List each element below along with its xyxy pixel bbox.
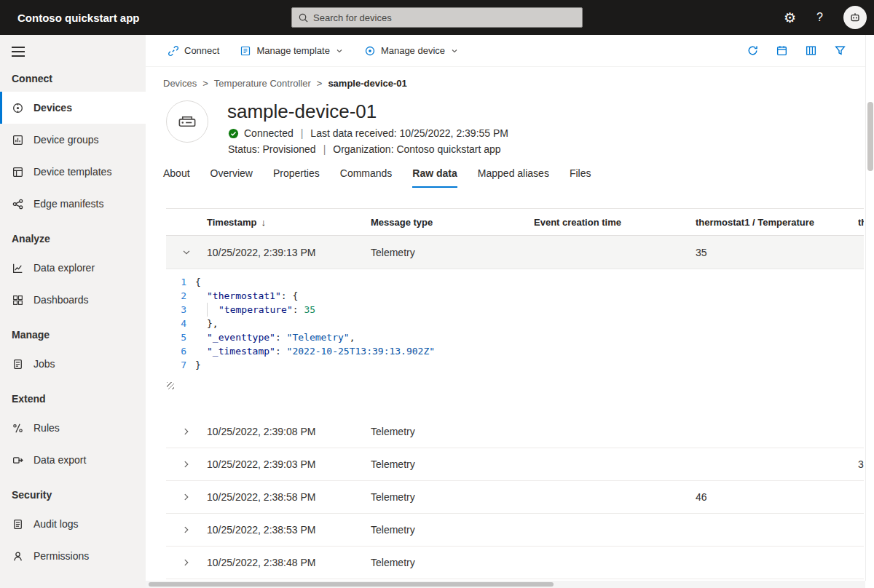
chevron-right-icon[interactable] — [181, 492, 192, 502]
sidebar: Connect Devices Device groups Device tem… — [0, 35, 146, 588]
header-event-creation-time[interactable]: Event creation time — [534, 217, 696, 228]
sidebar-item-permissions[interactable]: Permissions — [0, 540, 146, 572]
tab-mapped-aliases[interactable]: Mapped aliases — [478, 167, 549, 188]
help-icon[interactable]: ? — [816, 12, 823, 23]
device-groups-icon — [12, 134, 24, 146]
manage-template-button[interactable]: Manage template — [240, 45, 343, 57]
json-code: { "thermostat1": { "temperature": 35 }, … — [195, 275, 864, 416]
sidebar-section-connect: Connect — [0, 60, 146, 92]
device-avatar — [166, 100, 208, 143]
filter-icon[interactable] — [834, 44, 846, 57]
header-partial-column[interactable]: th — [858, 217, 864, 228]
vertical-scrollbar-thumb[interactable] — [867, 102, 873, 171]
columns-icon[interactable] — [805, 44, 817, 57]
chevron-right-icon[interactable] — [181, 459, 192, 469]
chevron-right-icon[interactable] — [181, 426, 192, 437]
tab-about[interactable]: About — [163, 167, 190, 188]
vertical-scrollbar[interactable] — [865, 35, 874, 581]
sidebar-item-rules[interactable]: Rules — [0, 412, 146, 444]
header-message-type[interactable]: Message type — [371, 217, 534, 228]
device-status-row: Status: Provisioned | Organization: Cont… — [228, 143, 501, 155]
hamburger-menu-icon[interactable] — [12, 47, 25, 57]
sidebar-item-label: Data explorer — [34, 262, 95, 274]
robot-badge-icon — [849, 11, 862, 24]
cell-timestamp: 10/25/2022, 2:39:03 PM — [207, 458, 371, 470]
table-row[interactable]: 10/25/2022, 2:39:03 PM Telemetry 3 — [166, 448, 864, 481]
table-row[interactable]: 10/25/2022, 2:38:53 PM Telemetry — [166, 514, 864, 547]
chevron-right-icon[interactable] — [181, 557, 192, 568]
sidebar-section-extend: Extend — [0, 380, 146, 412]
audit-logs-icon — [12, 518, 24, 531]
cell-message-type: Telemetry — [371, 557, 534, 568]
table-row[interactable]: 10/25/2022, 2:38:58 PM Telemetry 46 — [166, 481, 864, 514]
last-data-received: Last data received: 10/25/2022, 2:39:55 … — [310, 127, 508, 139]
search-icon — [298, 12, 309, 23]
sidebar-item-edge-manifests[interactable]: Edge manifests — [0, 188, 146, 220]
rules-icon — [12, 422, 24, 434]
sidebar-item-device-groups[interactable]: Device groups — [0, 124, 146, 156]
sidebar-item-dashboards[interactable]: Dashboards — [0, 284, 146, 316]
tab-files[interactable]: Files — [570, 167, 591, 188]
manage-device-icon — [364, 45, 376, 57]
sidebar-item-devices[interactable]: Devices — [0, 92, 146, 124]
manage-template-icon — [240, 45, 251, 57]
breadcrumb-separator: > — [317, 78, 323, 89]
table-row[interactable]: 10/25/2022, 2:39:08 PM Telemetry — [166, 416, 864, 448]
device-connection-row: Connected | Last data received: 10/25/20… — [228, 127, 508, 139]
connect-button[interactable]: Connect — [168, 45, 219, 57]
resize-gripper[interactable] — [167, 382, 174, 389]
sidebar-item-label: Device templates — [34, 166, 111, 178]
settings-gear-icon[interactable]: ⚙ — [784, 11, 796, 25]
header-timestamp[interactable]: Timestamp↓ — [207, 217, 371, 228]
cell-timestamp: 10/25/2022, 2:38:53 PM — [207, 524, 371, 536]
tab-properties[interactable]: Properties — [273, 167, 320, 188]
divider: | — [321, 143, 328, 155]
table-row[interactable]: 10/25/2022, 2:39:13 PM Telemetry 35 — [166, 236, 864, 269]
permissions-icon — [12, 550, 24, 563]
sidebar-item-audit-logs[interactable]: Audit logs — [0, 508, 146, 540]
account-avatar[interactable] — [843, 6, 867, 29]
cell-thermostat1-temperature: 46 — [696, 491, 858, 503]
cell-message-type: Telemetry — [371, 426, 534, 437]
raw-data-table: Timestamp↓ Message type Event creation t… — [166, 208, 864, 579]
organization: Organization: Contoso quickstart app — [333, 143, 500, 155]
table-row[interactable]: 10/25/2022, 2:38:48 PM Telemetry — [166, 547, 864, 579]
jobs-icon — [12, 358, 24, 370]
refresh-icon[interactable] — [747, 44, 759, 57]
device-icon — [176, 111, 198, 132]
chevron-right-icon[interactable] — [181, 525, 192, 535]
manage-device-label: Manage device — [381, 45, 445, 56]
breadcrumb-template[interactable]: Temperature Controller — [214, 78, 311, 89]
line-numbers: 1 2 3 4 5 6 7 — [166, 275, 195, 416]
chevron-down-icon[interactable] — [181, 247, 192, 258]
tab-raw-data[interactable]: Raw data — [412, 167, 457, 188]
time-range-calendar-icon[interactable] — [776, 44, 788, 57]
manage-device-button[interactable]: Manage device — [364, 45, 459, 57]
breadcrumb-devices[interactable]: Devices — [163, 78, 197, 89]
sidebar-item-label: Rules — [34, 422, 60, 434]
search-box[interactable] — [291, 7, 583, 28]
tab-overview[interactable]: Overview — [210, 167, 253, 188]
sidebar-item-data-explorer[interactable]: Data explorer — [0, 252, 146, 284]
breadcrumb: Devices > Temperature Controller > sampl… — [163, 78, 407, 89]
cell-message-type: Telemetry — [371, 491, 534, 503]
app-title: Contoso quickstart app — [17, 12, 140, 24]
horizontal-scrollbar-thumb[interactable] — [149, 582, 554, 587]
sidebar-item-label: Device groups — [34, 134, 99, 146]
connect-label: Connect — [184, 45, 219, 56]
sidebar-item-device-templates[interactable]: Device templates — [0, 156, 146, 188]
chevron-down-icon — [450, 47, 459, 55]
page-title: sample-device-01 — [227, 100, 377, 123]
cell-message-type: Telemetry — [371, 247, 534, 258]
device-tabs: About Overview Properties Commands Raw d… — [163, 167, 591, 188]
dashboards-icon — [12, 294, 24, 306]
tab-commands[interactable]: Commands — [340, 167, 393, 188]
sidebar-item-data-export[interactable]: Data export — [0, 444, 146, 476]
data-explorer-icon — [12, 262, 24, 274]
search-input[interactable] — [313, 12, 576, 23]
sidebar-item-jobs[interactable]: Jobs — [0, 348, 146, 380]
sidebar-item-label: Data export — [34, 454, 86, 466]
horizontal-scrollbar[interactable] — [146, 581, 865, 588]
header-thermostat1-temperature[interactable]: thermostat1 / Temperature — [696, 217, 858, 228]
raw-message-json-viewer[interactable]: 1 2 3 4 5 6 7 { "thermostat1": { "temper… — [166, 269, 864, 416]
